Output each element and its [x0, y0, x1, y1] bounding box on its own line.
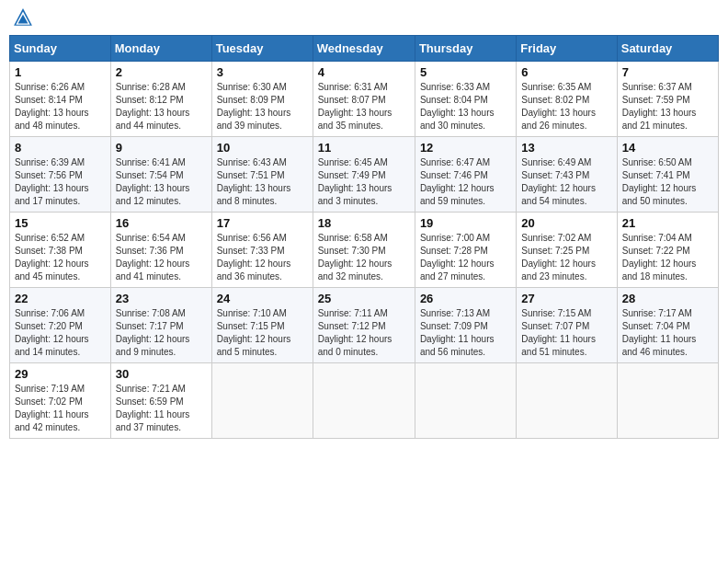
logo [13, 9, 35, 28]
day-details: Sunrise: 7:08 AMSunset: 7:17 PMDaylight:… [116, 307, 207, 359]
day-details: Sunrise: 6:47 AMSunset: 7:46 PMDaylight:… [420, 156, 511, 208]
column-header-sunday: Sunday [10, 36, 111, 62]
day-cell: 12Sunrise: 6:47 AMSunset: 7:46 PMDayligh… [415, 137, 516, 213]
calendar-header-row: SundayMondayTuesdayWednesdayThursdayFrid… [10, 36, 719, 62]
day-cell: 17Sunrise: 6:56 AMSunset: 7:33 PMDayligh… [211, 213, 313, 288]
day-cell: 22Sunrise: 7:06 AMSunset: 7:20 PMDayligh… [10, 288, 111, 363]
day-cell: 7Sunrise: 6:37 AMSunset: 7:59 PMDaylight… [617, 62, 718, 137]
day-details: Sunrise: 7:19 AMSunset: 7:02 PMDaylight:… [15, 383, 106, 434]
column-header-wednesday: Wednesday [313, 36, 415, 62]
day-cell: 13Sunrise: 6:49 AMSunset: 7:43 PMDayligh… [517, 137, 617, 213]
day-cell: 20Sunrise: 7:02 AMSunset: 7:25 PMDayligh… [517, 213, 617, 288]
page-header [9, 9, 719, 28]
day-cell: 26Sunrise: 7:13 AMSunset: 7:09 PMDayligh… [415, 288, 516, 363]
day-cell: 19Sunrise: 7:00 AMSunset: 7:28 PMDayligh… [415, 213, 516, 288]
day-cell: 14Sunrise: 6:50 AMSunset: 7:41 PMDayligh… [617, 137, 718, 213]
day-number: 8 [15, 141, 106, 155]
day-details: Sunrise: 6:26 AMSunset: 8:14 PMDaylight:… [15, 81, 106, 132]
day-cell: 3Sunrise: 6:30 AMSunset: 8:09 PMDaylight… [211, 62, 313, 137]
day-cell: 11Sunrise: 6:45 AMSunset: 7:49 PMDayligh… [313, 137, 415, 213]
day-details: Sunrise: 6:50 AMSunset: 7:41 PMDaylight:… [622, 156, 713, 208]
day-number: 14 [622, 141, 713, 155]
day-cell: 24Sunrise: 7:10 AMSunset: 7:15 PMDayligh… [211, 288, 313, 363]
day-number: 23 [116, 292, 207, 305]
day-details: Sunrise: 6:33 AMSunset: 8:04 PMDaylight:… [420, 81, 511, 132]
day-cell [211, 363, 313, 439]
day-number: 9 [116, 141, 207, 155]
day-details: Sunrise: 6:37 AMSunset: 7:59 PMDaylight:… [622, 81, 713, 132]
day-cell: 2Sunrise: 6:28 AMSunset: 8:12 PMDaylight… [110, 62, 211, 137]
day-number: 30 [116, 367, 207, 381]
day-number: 20 [521, 216, 611, 230]
day-cell: 10Sunrise: 6:43 AMSunset: 7:51 PMDayligh… [211, 137, 313, 213]
day-cell: 28Sunrise: 7:17 AMSunset: 7:04 PMDayligh… [617, 288, 718, 363]
day-number: 28 [622, 292, 713, 305]
day-details: Sunrise: 6:31 AMSunset: 8:07 PMDaylight:… [318, 81, 410, 132]
day-details: Sunrise: 6:43 AMSunset: 7:51 PMDaylight:… [217, 156, 308, 208]
day-details: Sunrise: 6:39 AMSunset: 7:56 PMDaylight:… [15, 156, 106, 208]
day-number: 1 [15, 65, 106, 79]
day-number: 7 [622, 65, 713, 79]
day-number: 25 [318, 292, 410, 305]
day-details: Sunrise: 7:11 AMSunset: 7:12 PMDaylight:… [318, 307, 410, 359]
calendar-table: SundayMondayTuesdayWednesdayThursdayFrid… [9, 35, 719, 439]
day-details: Sunrise: 6:30 AMSunset: 8:09 PMDaylight:… [217, 81, 308, 132]
day-number: 3 [217, 65, 308, 79]
day-cell [617, 363, 718, 439]
day-details: Sunrise: 7:10 AMSunset: 7:15 PMDaylight:… [217, 307, 308, 359]
day-details: Sunrise: 7:21 AMSunset: 6:59 PMDaylight:… [116, 383, 207, 434]
day-details: Sunrise: 6:45 AMSunset: 7:49 PMDaylight:… [318, 156, 410, 208]
day-details: Sunrise: 6:41 AMSunset: 7:54 PMDaylight:… [116, 156, 207, 208]
day-number: 6 [521, 65, 611, 79]
day-number: 4 [318, 65, 410, 79]
day-number: 12 [420, 141, 511, 155]
day-number: 5 [420, 65, 511, 79]
day-number: 18 [318, 216, 410, 230]
day-cell: 23Sunrise: 7:08 AMSunset: 7:17 PMDayligh… [110, 288, 211, 363]
day-cell: 27Sunrise: 7:15 AMSunset: 7:07 PMDayligh… [517, 288, 617, 363]
day-cell: 30Sunrise: 7:21 AMSunset: 6:59 PMDayligh… [110, 363, 211, 439]
day-cell: 15Sunrise: 6:52 AMSunset: 7:38 PMDayligh… [10, 213, 111, 288]
day-cell: 9Sunrise: 6:41 AMSunset: 7:54 PMDaylight… [110, 137, 211, 213]
day-number: 21 [622, 216, 713, 230]
column-header-friday: Friday [517, 36, 617, 62]
day-cell: 4Sunrise: 6:31 AMSunset: 8:07 PMDaylight… [313, 62, 415, 137]
day-details: Sunrise: 6:54 AMSunset: 7:36 PMDaylight:… [116, 232, 207, 283]
day-details: Sunrise: 6:56 AMSunset: 7:33 PMDaylight:… [217, 232, 308, 283]
day-number: 29 [15, 367, 106, 381]
day-details: Sunrise: 7:06 AMSunset: 7:20 PMDaylight:… [15, 307, 106, 359]
day-number: 2 [116, 65, 207, 79]
week-row-4: 22Sunrise: 7:06 AMSunset: 7:20 PMDayligh… [10, 288, 719, 363]
day-details: Sunrise: 6:28 AMSunset: 8:12 PMDaylight:… [116, 81, 207, 132]
day-number: 17 [217, 216, 308, 230]
day-cell: 5Sunrise: 6:33 AMSunset: 8:04 PMDaylight… [415, 62, 516, 137]
week-row-3: 15Sunrise: 6:52 AMSunset: 7:38 PMDayligh… [10, 213, 719, 288]
column-header-saturday: Saturday [617, 36, 718, 62]
day-number: 16 [116, 216, 207, 230]
day-details: Sunrise: 6:52 AMSunset: 7:38 PMDaylight:… [15, 232, 106, 283]
day-cell: 21Sunrise: 7:04 AMSunset: 7:22 PMDayligh… [617, 213, 718, 288]
day-number: 22 [15, 292, 106, 305]
day-details: Sunrise: 7:15 AMSunset: 7:07 PMDaylight:… [521, 307, 611, 359]
day-cell: 1Sunrise: 6:26 AMSunset: 8:14 PMDaylight… [10, 62, 111, 137]
week-row-2: 8Sunrise: 6:39 AMSunset: 7:56 PMDaylight… [10, 137, 719, 213]
week-row-5: 29Sunrise: 7:19 AMSunset: 7:02 PMDayligh… [10, 363, 719, 439]
day-number: 11 [318, 141, 410, 155]
day-details: Sunrise: 7:17 AMSunset: 7:04 PMDaylight:… [622, 307, 713, 359]
day-number: 27 [521, 292, 611, 305]
day-cell [517, 363, 617, 439]
column-header-monday: Monday [110, 36, 211, 62]
day-cell: 8Sunrise: 6:39 AMSunset: 7:56 PMDaylight… [10, 137, 111, 213]
week-row-1: 1Sunrise: 6:26 AMSunset: 8:14 PMDaylight… [10, 62, 719, 137]
day-cell: 29Sunrise: 7:19 AMSunset: 7:02 PMDayligh… [10, 363, 111, 439]
day-cell: 6Sunrise: 6:35 AMSunset: 8:02 PMDaylight… [517, 62, 617, 137]
day-details: Sunrise: 7:04 AMSunset: 7:22 PMDaylight:… [622, 232, 713, 283]
column-header-thursday: Thursday [415, 36, 516, 62]
day-details: Sunrise: 6:35 AMSunset: 8:02 PMDaylight:… [521, 81, 611, 132]
day-number: 15 [15, 216, 106, 230]
day-cell: 25Sunrise: 7:11 AMSunset: 7:12 PMDayligh… [313, 288, 415, 363]
day-number: 26 [420, 292, 511, 305]
day-number: 10 [217, 141, 308, 155]
day-cell: 16Sunrise: 6:54 AMSunset: 7:36 PMDayligh… [110, 213, 211, 288]
day-cell: 18Sunrise: 6:58 AMSunset: 7:30 PMDayligh… [313, 213, 415, 288]
